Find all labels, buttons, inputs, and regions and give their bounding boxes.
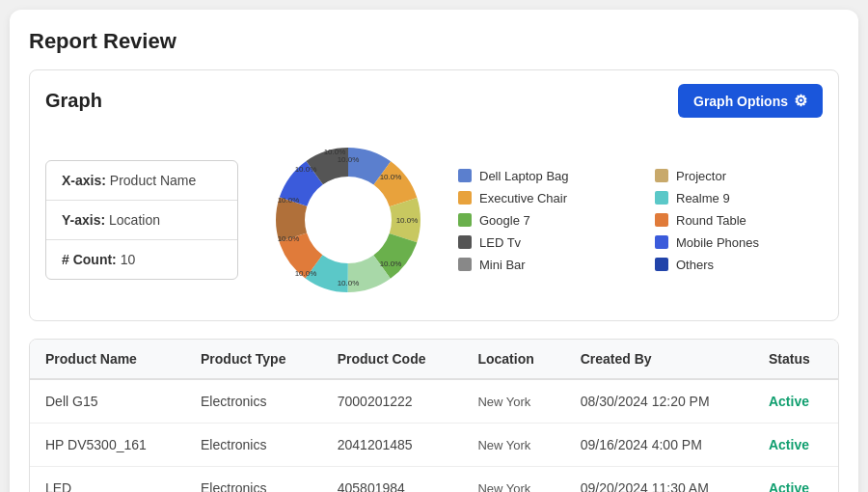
xaxis-row: X-axis: Product Name — [46, 161, 237, 201]
graph-options-label: Graph Options — [693, 94, 788, 109]
report-card: Report Review Graph Graph Options ⚙ X-ax… — [10, 10, 858, 492]
donut-chart: 10.0% 10.0% 10.0% 10.0% 10.0% 10.0% 10.0… — [261, 133, 435, 307]
svg-text:10.0%: 10.0% — [338, 155, 360, 164]
legend-color-box — [655, 169, 668, 182]
graph-section: Graph Graph Options ⚙ X-axis: Product Na… — [29, 69, 839, 321]
legend-color-box — [655, 213, 668, 227]
legend-label: Mini Bar — [479, 258, 526, 272]
table-row: LED Electronics 405801984 New York 09/20… — [30, 467, 838, 493]
xaxis-value: Product Name — [110, 173, 196, 188]
svg-text:10.0%: 10.0% — [295, 269, 317, 278]
graph-header: Graph Graph Options ⚙ — [45, 84, 823, 118]
graph-body: X-axis: Product Name Y-axis: Location # … — [45, 133, 823, 307]
cell-created-by: 09/16/2024 4:00 PM — [565, 424, 753, 467]
svg-text:10.0%: 10.0% — [278, 196, 300, 205]
cell-location: New York — [462, 379, 564, 424]
legend-item: LED Tv — [458, 235, 626, 250]
legend-label: Dell Laptop Bag — [479, 169, 569, 183]
col-location: Location — [462, 340, 564, 379]
cell-location: New York — [462, 467, 564, 493]
data-table: Product Name Product Type Product Code L… — [30, 340, 838, 492]
status-badge: Active — [769, 437, 809, 452]
legend-color-box — [458, 235, 472, 249]
cell-product-type: Electronics — [185, 379, 322, 424]
page-title: Report Review — [29, 29, 839, 54]
axis-info: X-axis: Product Name Y-axis: Location # … — [45, 160, 238, 280]
cell-product-name: Dell G15 — [30, 379, 185, 424]
table-section: Product Name Product Type Product Code L… — [29, 339, 839, 492]
legend-item: Others — [655, 258, 823, 272]
status-badge: Active — [769, 394, 809, 409]
svg-text:10.0%: 10.0% — [338, 279, 360, 287]
count-value: 10 — [121, 252, 136, 267]
cell-product-type: Electronics — [185, 424, 322, 467]
cell-product-code: 7000201222 — [322, 379, 463, 424]
cell-product-name: HP DV5300_161 — [30, 424, 185, 467]
donut-svg: 10.0% 10.0% 10.0% 10.0% 10.0% 10.0% 10.0… — [261, 133, 435, 307]
col-product-name: Product Name — [30, 340, 185, 379]
cell-product-code: 405801984 — [322, 467, 463, 493]
col-created-by: Created By — [565, 340, 753, 379]
legend-item: Realme 9 — [655, 191, 823, 205]
cell-status: Active — [753, 424, 838, 467]
yaxis-row: Y-axis: Location — [46, 201, 237, 240]
yaxis-value: Location — [109, 212, 160, 228]
table-row: HP DV5300_161 Electronics 2041201485 New… — [30, 424, 838, 467]
cell-status: Active — [753, 379, 838, 424]
legend-item: Executive Chair — [458, 191, 626, 205]
legend-label: Round Table — [676, 213, 746, 228]
graph-title: Graph — [45, 90, 102, 112]
legend-container: Dell Laptop Bag Projector Executive Chai… — [458, 169, 823, 272]
legend-color-box — [458, 169, 472, 182]
legend-label: Projector — [676, 169, 726, 183]
cell-status: Active — [753, 467, 838, 493]
col-status: Status — [753, 340, 838, 379]
legend-label: Google 7 — [479, 213, 530, 228]
status-badge: Active — [769, 480, 809, 492]
legend-item: Mini Bar — [458, 258, 626, 272]
count-label: # Count: — [62, 252, 117, 267]
cell-product-type: Electronics — [185, 467, 322, 493]
cell-product-code: 2041201485 — [322, 424, 463, 467]
svg-text:10.0%: 10.0% — [324, 148, 346, 156]
legend-color-box — [458, 258, 472, 271]
legend-color-box — [655, 258, 668, 271]
legend-label: Mobile Phones — [676, 235, 759, 250]
legend-color-box — [458, 213, 472, 227]
xaxis-label: X-axis: — [62, 173, 106, 188]
yaxis-label: Y-axis: — [62, 212, 105, 228]
gear-icon: ⚙ — [794, 92, 807, 110]
legend-item: Dell Laptop Bag — [458, 169, 626, 183]
legend-label: Executive Chair — [479, 191, 567, 205]
cell-product-name: LED — [30, 467, 185, 493]
svg-point-10 — [308, 179, 389, 260]
legend-item: Mobile Phones — [655, 235, 823, 250]
table-row: Dell G15 Electronics 7000201222 New York… — [30, 379, 838, 424]
legend-color-box — [458, 191, 472, 205]
cell-created-by: 09/20/2024 11:30 AM — [565, 467, 753, 493]
legend-item: Google 7 — [458, 213, 626, 228]
legend-color-box — [655, 191, 668, 205]
legend-color-box — [655, 235, 668, 249]
graph-options-button[interactable]: Graph Options ⚙ — [678, 84, 823, 118]
svg-text:10.0%: 10.0% — [380, 260, 402, 268]
col-product-code: Product Code — [322, 340, 463, 379]
legend-label: Others — [676, 258, 714, 272]
svg-text:10.0%: 10.0% — [380, 173, 402, 181]
legend-item: Projector — [655, 169, 823, 183]
table-header-row: Product Name Product Type Product Code L… — [30, 340, 838, 379]
legend-label: Realme 9 — [676, 191, 730, 205]
svg-text:10.0%: 10.0% — [295, 165, 317, 174]
cell-created-by: 08/30/2024 12:20 PM — [565, 379, 753, 424]
col-product-type: Product Type — [185, 340, 322, 379]
legend-item: Round Table — [655, 213, 823, 228]
svg-text:10.0%: 10.0% — [278, 234, 300, 243]
cell-location: New York — [462, 424, 564, 467]
svg-text:10.0%: 10.0% — [396, 216, 419, 225]
legend-label: LED Tv — [479, 235, 521, 250]
count-row: # Count: 10 — [46, 240, 237, 279]
